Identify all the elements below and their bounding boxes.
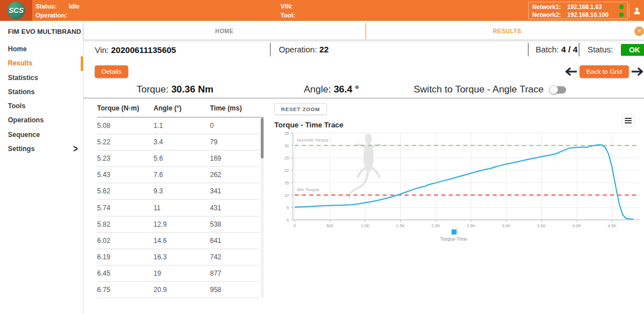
table-cell: 19 xyxy=(154,269,210,277)
network2-label: Network2: xyxy=(532,11,567,18)
sidebar-item-settings[interactable]: Settings> xyxy=(0,142,83,156)
table-cell: 641 xyxy=(210,237,257,245)
table-row[interactable]: 6.1916.3742 xyxy=(97,249,260,266)
svg-text:1.5K: 1.5K xyxy=(396,223,405,228)
table-cell: 5.62 xyxy=(97,187,154,195)
network1-status-dot xyxy=(619,5,624,9)
operation-label: Operation: xyxy=(36,12,67,19)
trace-toggle[interactable] xyxy=(550,86,566,94)
table-scrollbar-thumb[interactable] xyxy=(261,118,264,158)
svg-text:4.5K: 4.5K xyxy=(608,223,616,228)
table-cell: 6.19 xyxy=(97,253,154,261)
table-cell: 5.43 xyxy=(97,171,154,179)
table-cell: 11 xyxy=(154,204,210,212)
table-row[interactable]: 5.235.6169 xyxy=(97,151,260,167)
svg-text:5: 5 xyxy=(287,205,289,210)
table-cell: 7.6 xyxy=(154,171,210,179)
svg-text:3.5K: 3.5K xyxy=(537,223,546,228)
status-field-label: Status: xyxy=(588,45,613,54)
column-header: Time (ms) xyxy=(210,104,257,117)
sidebar-item-home[interactable]: Home xyxy=(0,42,83,56)
table-cell: 12.9 xyxy=(154,220,210,228)
table-row[interactable]: 5.223.479 xyxy=(97,134,260,151)
chart-menu-icon[interactable] xyxy=(622,114,634,127)
logo-text: SCS xyxy=(8,6,24,15)
sidebar-item-statistics[interactable]: Statistics xyxy=(0,71,83,85)
table-row[interactable]: 6.4519877 xyxy=(97,266,260,282)
svg-text:3.0K: 3.0K xyxy=(502,223,510,228)
sidebar-item-sequence[interactable]: Sequence xyxy=(0,128,83,142)
table-cell: 5.6 xyxy=(154,154,210,162)
trace-switch-group: Switch to Torque - Angle Trace xyxy=(414,84,566,95)
svg-text:10: 10 xyxy=(284,193,289,198)
vin-value: 20200611135605 xyxy=(111,45,176,55)
svg-text:2.0K: 2.0K xyxy=(431,223,440,228)
table-cell: 14.6 xyxy=(154,237,210,245)
torque-time-chart[interactable]: 05001.0K1.5K2.0K2.5K3.0K3.5K4.0K4.5K0510… xyxy=(274,130,641,246)
operation-value: 22 xyxy=(319,45,329,54)
svg-text:4.0K: 4.0K xyxy=(572,223,581,228)
table-cell: 0 xyxy=(210,122,257,130)
batch-field: Batch: 4 / 4 xyxy=(528,43,579,56)
controls-row: Details Back to Grid xyxy=(84,60,644,83)
tool-label: Tool: xyxy=(281,12,295,19)
close-icon[interactable]: × xyxy=(634,26,644,36)
torque-value: 30.36 Nm xyxy=(171,84,213,95)
table-cell: 9.3 xyxy=(154,187,210,195)
table-row[interactable]: 6.7520.9958 xyxy=(97,282,260,298)
back-to-grid-button[interactable]: Back to Grid xyxy=(580,65,629,78)
user-icon[interactable] xyxy=(631,5,642,16)
sidebar-nav: HomeResultsStatisticsStationsToolsOperat… xyxy=(0,42,83,156)
reset-zoom-button[interactable]: RESET ZOOM xyxy=(274,103,327,115)
sidebar-item-operations[interactable]: Operations xyxy=(0,113,83,127)
svg-text:1.0K: 1.0K xyxy=(361,223,369,228)
sidebar-item-stations[interactable]: Stations xyxy=(0,85,83,99)
network2-value: 192.168.10.100 xyxy=(567,11,617,18)
chart-title: Torque - Time Trace xyxy=(274,121,644,129)
details-button[interactable]: Details xyxy=(95,65,128,78)
vin-field-label: Vin: xyxy=(95,46,109,55)
table-row[interactable]: 5.629.3341 xyxy=(97,183,260,200)
table-cell: 431 xyxy=(210,204,257,212)
tab-results[interactable]: RESULTS xyxy=(366,23,644,39)
table-body: 5.081.105.223.4795.235.61695.437.62625.6… xyxy=(84,118,264,298)
svg-text:Min Torque: Min Torque xyxy=(297,187,319,192)
operation-field: Operation: 22 xyxy=(270,43,528,56)
table-row[interactable]: 6.0214.6641 xyxy=(97,233,260,249)
table-row[interactable]: 5.081.10 xyxy=(97,118,260,134)
angle-value: 36.4 ° xyxy=(334,84,359,95)
brand-title: FIM EVO MULTIBRAND xyxy=(0,21,83,35)
table-cell: 79 xyxy=(210,138,257,146)
operation-field-label: Operation: xyxy=(279,45,317,54)
vin-kv: VIN: xyxy=(281,3,293,10)
trace-switch-label: Switch to Torque - Angle Trace xyxy=(414,84,544,95)
sidebar-item-tools[interactable]: Tools xyxy=(0,99,83,113)
table-row[interactable]: 5.7411431 xyxy=(97,200,260,216)
measurement-row: Torque: 30.36 Nm Angle: 36.4 ° Switch to… xyxy=(84,83,644,99)
table-cell: 262 xyxy=(210,171,257,179)
svg-text:Torque-Time: Torque-Time xyxy=(440,236,467,242)
svg-text:0: 0 xyxy=(287,218,289,223)
svg-text:25: 25 xyxy=(284,156,289,161)
table-row[interactable]: 5.437.6262 xyxy=(97,167,260,183)
next-arrow-icon[interactable] xyxy=(632,67,643,76)
network2-row: Network2: 192.168.10.100 xyxy=(532,11,624,18)
app-window: SCS Status: Idle Operation: VIN: Tool: N… xyxy=(0,0,644,314)
torque-readout: Torque: 30.36 Nm xyxy=(137,84,213,95)
torque-label: Torque: xyxy=(137,84,169,95)
chevron-right-icon: > xyxy=(73,140,78,158)
prev-arrow-icon[interactable] xyxy=(565,67,577,76)
svg-text:35: 35 xyxy=(284,131,289,136)
sidebar-item-results[interactable]: Results xyxy=(0,56,83,70)
result-info-row: Vin: 20200611135605 Operation: 22 Batch:… xyxy=(84,39,644,60)
record-nav-group: Back to Grid xyxy=(565,65,643,78)
table-cell: 742 xyxy=(210,253,257,261)
status-badge: OK xyxy=(621,44,644,56)
table-row[interactable]: 5.8212.9538 xyxy=(97,216,260,233)
network1-row: Network1: 192.168.1.63 xyxy=(532,3,624,10)
tab-home[interactable]: HOME xyxy=(84,23,365,39)
table-cell: 1.1 xyxy=(154,122,210,130)
network1-value: 192.168.1.63 xyxy=(567,3,617,10)
table-scrollbar[interactable] xyxy=(261,118,264,298)
content-area: Torque (N·m)Angle (°)Time (ms) 5.081.105… xyxy=(84,99,644,314)
